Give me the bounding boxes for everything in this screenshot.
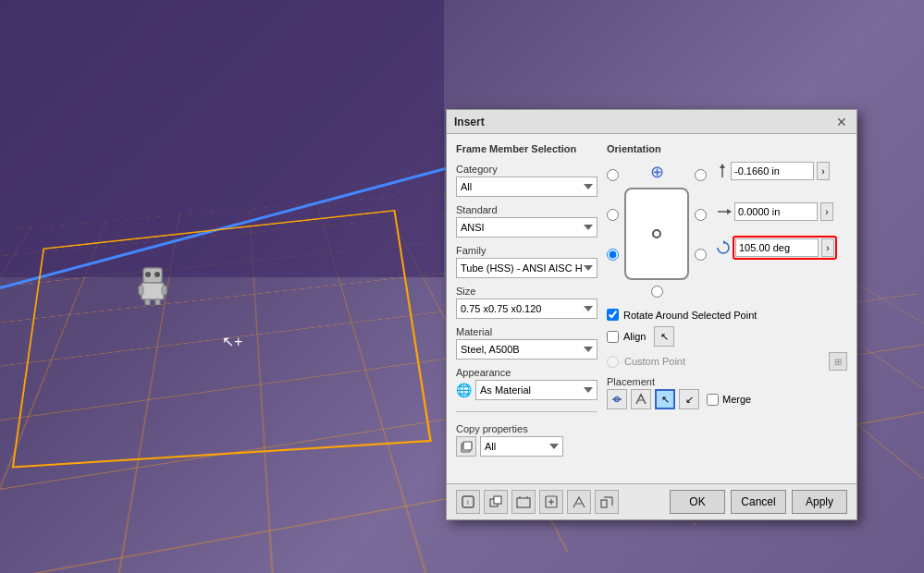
robot-cursor-icon	[134, 263, 171, 300]
insert-dialog: Insert ✕ Frame Member Selection Category…	[446, 109, 857, 520]
value3-input-row: ›	[735, 238, 834, 257]
material-label: Material	[456, 326, 598, 337]
placement-btn-2[interactable]	[631, 389, 651, 409]
placement-group: Placement ↖ ↙	[607, 376, 847, 409]
rotate-around-row: Rotate Around Selected Point	[607, 309, 847, 321]
family-group: Family Tube (HSS) - ANSI AISC H	[456, 245, 598, 278]
rotate-around-checkbox[interactable]	[607, 309, 619, 321]
appearance-dropdown[interactable]: As Material	[475, 380, 598, 400]
value1-input-row: ›	[731, 162, 830, 180]
orient-radio-mid-left[interactable]	[607, 209, 619, 221]
value2-row: ›	[716, 202, 837, 221]
ok-button[interactable]: OK	[670, 490, 725, 514]
orient-radio-top-left[interactable]	[607, 169, 619, 181]
align-cursor-icon[interactable]: ↖	[654, 326, 674, 347]
svg-text:i: i	[467, 498, 469, 506]
size-dropdown[interactable]: 0.75 x0.75 x0.120	[456, 299, 598, 319]
frame-member-label: Frame Member Selection	[456, 143, 598, 154]
bottom-icon-5[interactable]	[567, 490, 591, 514]
svg-rect-7	[155, 299, 160, 305]
orient-center-col: ⊕	[624, 162, 689, 298]
orient-radio-mid-right[interactable]	[695, 209, 707, 221]
custom-point-radio[interactable]	[607, 356, 619, 368]
align-row: Align ↖	[607, 326, 847, 347]
svg-rect-9	[463, 442, 472, 450]
svg-marker-13	[727, 209, 732, 214]
copy-icon-button[interactable]	[456, 436, 476, 457]
category-group: Category All	[456, 164, 598, 197]
appearance-row: 🌐 As Material	[456, 380, 598, 400]
bottom-icon-2[interactable]	[484, 490, 508, 514]
rotation-highlight-box: ›	[733, 236, 837, 260]
placement-btn-1[interactable]	[607, 389, 627, 409]
copy-properties-group: Copy properties All	[456, 423, 598, 457]
merge-checkbox[interactable]	[707, 394, 719, 406]
action-buttons-group: OK Cancel Apply	[670, 490, 847, 514]
dialog-title-bar: Insert ✕	[447, 110, 856, 134]
dialog-title: Insert	[454, 116, 485, 128]
size-label: Size	[456, 286, 598, 297]
merge-label: Merge	[722, 394, 751, 405]
category-dropdown[interactable]: All	[456, 177, 598, 197]
right-panel: Orientation ⊕	[607, 143, 847, 457]
svg-marker-11	[720, 164, 725, 168]
custom-point-expand-btn[interactable]: ⊞	[829, 352, 847, 371]
orientation-preview-box	[624, 188, 689, 280]
placement-icon-2	[634, 393, 647, 406]
orient-radio-bot-right[interactable]	[695, 249, 707, 261]
placement-label: Placement	[607, 376, 847, 387]
appearance-group: Appearance 🌐 As Material	[456, 367, 598, 400]
svg-rect-4	[139, 286, 143, 295]
appearance-sphere-icon: 🌐	[456, 383, 472, 397]
category-label: Category	[456, 164, 598, 175]
offset-v2-expand[interactable]: ›	[820, 202, 833, 221]
dialog-close-button[interactable]: ✕	[834, 115, 849, 129]
family-dropdown[interactable]: Tube (HSS) - ANSI AISC H	[456, 258, 598, 278]
bottom-icon-6[interactable]	[595, 490, 619, 514]
arrow-up-icon	[716, 163, 729, 179]
value1-row: ›	[716, 162, 837, 180]
align-checkbox[interactable]	[607, 331, 619, 343]
value3-row: ›	[716, 236, 837, 260]
rotation-input[interactable]	[735, 238, 819, 257]
bottom-icon-4[interactable]	[539, 490, 563, 514]
svg-point-2	[154, 272, 160, 277]
orient-radio-top-right[interactable]	[695, 169, 707, 181]
offset-v1-expand[interactable]: ›	[817, 162, 830, 180]
apply-button[interactable]: Apply	[792, 490, 847, 514]
offset-v1-input[interactable]	[731, 162, 814, 180]
copy-row: All	[456, 436, 598, 457]
material-dropdown[interactable]: Steel, A500B	[456, 339, 598, 360]
placement-btn-4[interactable]: ↙	[679, 389, 699, 409]
orient-radio-bot-left[interactable]	[607, 249, 619, 261]
orientation-area: ⊕	[607, 162, 847, 298]
orient-radio-bottom[interactable]	[651, 286, 663, 298]
offset-v2-input[interactable]	[734, 202, 818, 221]
svg-rect-5	[162, 286, 166, 295]
cancel-button[interactable]: Cancel	[731, 490, 786, 514]
svg-rect-21	[494, 496, 501, 504]
bottom-icon-1[interactable]: i	[456, 490, 480, 514]
value2-input-row: ›	[734, 202, 833, 221]
mouse-cursor-icon: ↖+	[222, 333, 242, 350]
rotation-icon	[716, 240, 731, 255]
standard-dropdown[interactable]: ANSI	[456, 217, 598, 238]
copy-all-dropdown[interactable]: All	[480, 436, 563, 457]
orient-values-col: › ›	[716, 162, 837, 260]
rotation-expand[interactable]: ›	[821, 238, 834, 257]
standard-label: Standard	[456, 204, 598, 215]
material-group: Material Steel, A500B	[456, 326, 598, 360]
appearance-label: Appearance	[456, 367, 598, 378]
bottom-icons-group: i	[456, 490, 619, 514]
standard-group: Standard ANSI	[456, 204, 598, 238]
svg-rect-22	[517, 498, 530, 507]
merge-row: Merge	[707, 394, 751, 406]
svg-rect-6	[145, 299, 150, 305]
copy-properties-label: Copy properties	[456, 423, 598, 434]
orientation-label: Orientation	[607, 143, 847, 154]
placement-icon-1	[610, 393, 623, 406]
align-label: Align	[623, 331, 646, 342]
arrow-right-icon	[716, 205, 733, 218]
bottom-icon-3[interactable]	[511, 490, 536, 514]
placement-btn-3-selected[interactable]: ↖	[655, 389, 675, 409]
